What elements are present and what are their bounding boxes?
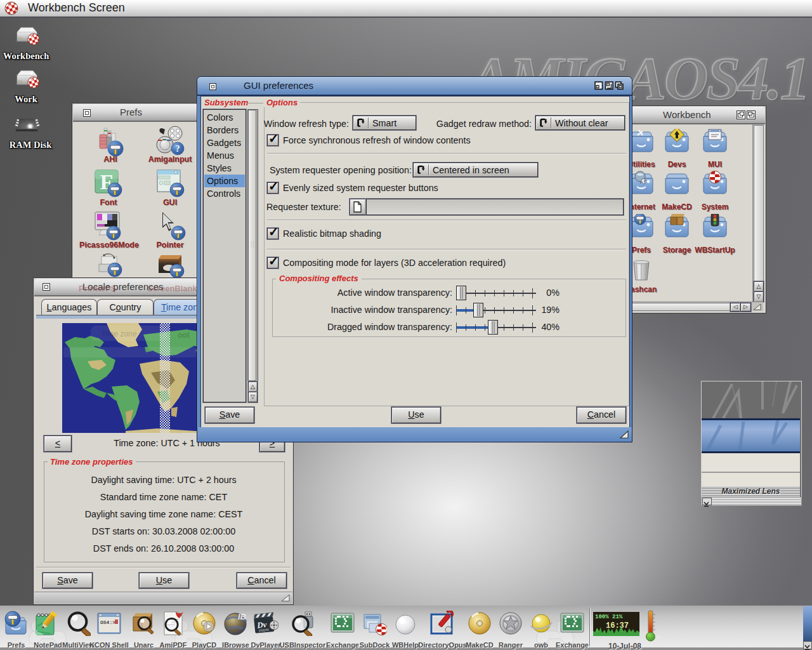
svg-text:IB: IB	[238, 612, 246, 621]
svg-text:100% 21%: 100% 21%	[595, 614, 623, 620]
svg-text:oot: oot	[178, 331, 190, 340]
svg-text:?: ?	[176, 144, 180, 154]
svg-text:Time zone: Time zone	[102, 329, 137, 338]
svg-text:16:37: 16:37	[606, 621, 629, 630]
svg-text:75°: 75°	[655, 635, 664, 641]
svg-text:OS4:>: OS4:>	[100, 620, 115, 625]
